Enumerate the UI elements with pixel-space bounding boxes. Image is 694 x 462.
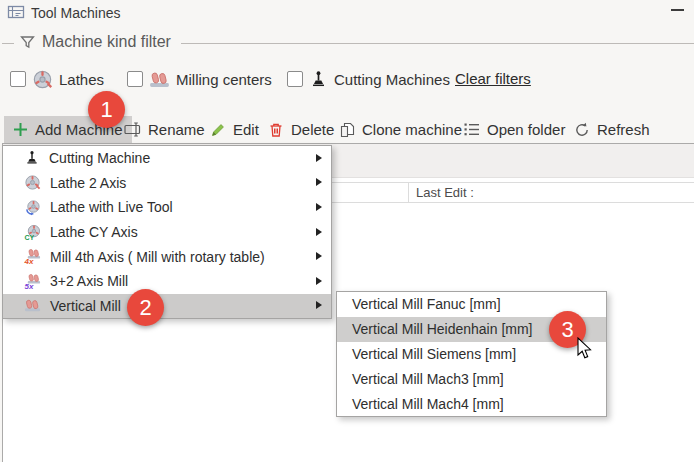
lathe-live-tool-icon [24, 199, 41, 216]
minimize-button[interactable] [666, 2, 688, 18]
window-title: Tool Machines [31, 5, 121, 21]
add-machine-menu: Cutting Machine Lathe 2 Axis Lathe with … [2, 145, 332, 319]
vertical-mill-submenu: Vertical Mill Fanuc [mm] Vertical Mill H… [336, 291, 607, 417]
submenu-item-label: Vertical Mill Heidenhain [mm] [352, 321, 533, 337]
lathe-cy-icon: CY [24, 224, 41, 241]
refresh-button[interactable]: Refresh [565, 116, 659, 143]
submenu-arrow-icon [316, 228, 322, 236]
filter-funnel-icon [20, 35, 35, 50]
milling-center-icon [149, 69, 170, 90]
clone-copy-icon [339, 122, 355, 138]
edit-button[interactable]: Edit [201, 116, 268, 143]
edit-pencil-icon [210, 122, 226, 138]
menu-item-lathe-2-axis[interactable]: Lathe 2 Axis [3, 171, 331, 196]
toolbar-button-label: Open folder [487, 121, 565, 138]
toolbar-button-label: Delete [291, 121, 334, 138]
title-bar: Tool Machines [0, 0, 694, 26]
clone-machine-button[interactable]: Clone machine [330, 116, 471, 143]
menu-item-3plus2-axis-mill[interactable]: 5x 3+2 Axis Mill [3, 269, 331, 294]
toolbar-button-label: Refresh [597, 121, 650, 138]
open-folder-button[interactable]: Open folder [454, 116, 574, 143]
submenu-item-mach4[interactable]: Vertical Mill Mach4 [mm] [337, 391, 606, 416]
menu-item-lathe-with-live-tool[interactable]: Lathe with Live Tool [3, 195, 331, 220]
rename-icon [124, 121, 141, 138]
toolbar-button-label: Clone machine [362, 121, 462, 138]
submenu-arrow-icon [316, 252, 322, 260]
column-header-last-edit[interactable]: Last Edit : [409, 185, 474, 200]
submenu-arrow-icon [316, 203, 322, 211]
submenu-item-label: Vertical Mill Siemens [mm] [352, 346, 516, 362]
mill-4th-axis-icon: 4x [24, 248, 41, 265]
submenu-arrow-icon [316, 277, 322, 285]
5x-axis-text: 5x [24, 282, 33, 290]
cy-axis-text: CY [24, 234, 34, 241]
menu-item-label: Lathe CY Axis [50, 224, 138, 240]
menu-item-label: Lathe with Live Tool [50, 199, 173, 215]
cutting-machines-checkbox-box[interactable] [287, 71, 303, 87]
toolbar-button-label: Edit [233, 121, 259, 138]
submenu-item-label: Vertical Mill Mach4 [mm] [352, 396, 504, 412]
rename-button[interactable]: Rename [115, 116, 214, 143]
submenu-arrow-icon [316, 178, 322, 186]
lathes-checkbox-box[interactable] [10, 71, 26, 87]
menu-item-label: 3+2 Axis Mill [50, 273, 128, 289]
lathe-icon [24, 174, 41, 191]
checkbox-cutting-machines[interactable]: Cutting Machines [287, 66, 450, 92]
checkbox-milling-centers[interactable]: Milling centers [127, 66, 272, 92]
mouse-cursor-icon [577, 337, 594, 361]
vertical-mill-icon [24, 297, 41, 314]
menu-item-label: Vertical Mill [50, 298, 121, 314]
submenu-item-label: Vertical Mill Mach3 [mm] [352, 371, 504, 387]
delete-trash-icon [268, 122, 284, 138]
lathe-icon [32, 69, 53, 90]
minimize-icon [671, 9, 684, 11]
checkbox-label: Milling centers [176, 71, 272, 88]
menu-item-lathe-cy-axis[interactable]: CY Lathe CY Axis [3, 220, 331, 245]
clear-filters-link[interactable]: Clear filters [455, 70, 531, 87]
menu-item-mill-4th-axis[interactable]: 4x Mill 4th Axis ( Mill with rotary tabl… [3, 244, 331, 269]
filter-group-header: Machine kind filter [14, 33, 181, 51]
milling-centers-checkbox-box[interactable] [127, 71, 143, 87]
step-badge-1: 1 [88, 91, 125, 128]
tool-machines-app-icon [7, 3, 25, 21]
toolbar-button-label: Rename [148, 121, 205, 138]
menu-item-label: Cutting Machine [49, 150, 150, 166]
step-badge-2: 2 [127, 289, 164, 326]
submenu-item-mach3[interactable]: Vertical Mill Mach3 [mm] [337, 366, 606, 391]
4x-axis-text: 4x [24, 257, 34, 265]
open-folder-list-icon [463, 121, 480, 138]
checkbox-lathes[interactable]: Lathes [10, 66, 104, 92]
mill-3plus2-icon: 5x [24, 273, 41, 290]
cutting-machine-icon [24, 150, 40, 166]
submenu-item-label: Vertical Mill Fanuc [mm] [352, 296, 501, 312]
submenu-arrow-icon [316, 154, 322, 162]
checkbox-label: Cutting Machines [334, 71, 450, 88]
menu-item-label: Lathe 2 Axis [50, 175, 126, 191]
menu-item-label: Mill 4th Axis ( Mill with rotary table) [50, 249, 265, 265]
menu-item-vertical-mill[interactable]: Vertical Mill [3, 294, 331, 319]
menu-item-cutting-machine[interactable]: Cutting Machine [3, 146, 331, 171]
filter-group-title: Machine kind filter [42, 33, 171, 51]
cutting-machine-icon [309, 70, 328, 89]
checkbox-label: Lathes [59, 71, 104, 88]
submenu-arrow-icon [316, 301, 322, 309]
plus-icon [13, 122, 28, 137]
refresh-icon [574, 122, 590, 138]
